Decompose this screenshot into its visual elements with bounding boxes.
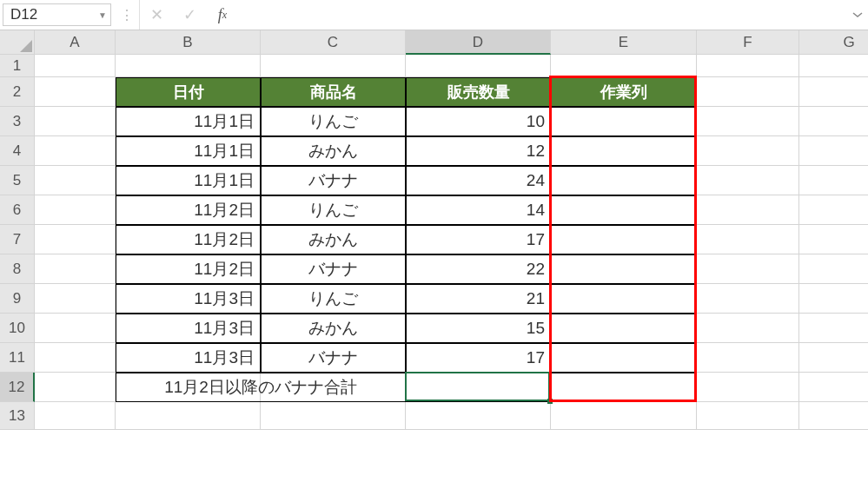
cell[interactable]: [35, 195, 116, 225]
table-header-date[interactable]: 日付: [116, 77, 261, 107]
cell-qty[interactable]: 10: [406, 107, 551, 136]
cell[interactable]: [697, 136, 799, 166]
column-header-d[interactable]: D: [406, 30, 551, 55]
cell[interactable]: [35, 225, 116, 254]
row-header-4[interactable]: 4: [0, 136, 35, 166]
select-all-corner[interactable]: [0, 30, 35, 55]
cell[interactable]: [697, 195, 799, 225]
cell[interactable]: [551, 55, 697, 77]
cell-product[interactable]: バナナ: [261, 343, 406, 373]
fill-handle[interactable]: [547, 399, 553, 404]
cell[interactable]: [406, 402, 551, 430]
cell[interactable]: [697, 402, 799, 430]
cell[interactable]: [35, 55, 116, 77]
column-header-f[interactable]: F: [697, 30, 799, 55]
cell-work[interactable]: [551, 136, 697, 166]
cell-date[interactable]: 11月2日: [116, 195, 261, 225]
formula-input[interactable]: [239, 0, 847, 30]
cell-work[interactable]: [551, 107, 697, 136]
cell-work[interactable]: [551, 314, 697, 343]
cell[interactable]: [35, 373, 116, 402]
column-header-b[interactable]: B: [116, 30, 261, 55]
cell[interactable]: [799, 166, 868, 195]
cell-qty[interactable]: 12: [406, 136, 551, 166]
cell-work[interactable]: [551, 166, 697, 195]
row-header-5[interactable]: 5: [0, 166, 35, 195]
cell[interactable]: [35, 107, 116, 136]
cell[interactable]: [697, 343, 799, 373]
cell-product[interactable]: りんご: [261, 107, 406, 136]
cell[interactable]: [116, 55, 261, 77]
name-box-dropdown-icon[interactable]: ▼: [95, 10, 110, 20]
cell[interactable]: [697, 254, 799, 284]
summary-label[interactable]: 11月2日以降のバナナ合計: [116, 373, 406, 402]
cell-product[interactable]: りんご: [261, 284, 406, 314]
cell[interactable]: [799, 136, 868, 166]
row-header-8[interactable]: 8: [0, 254, 35, 284]
cell[interactable]: [261, 55, 406, 77]
cell[interactable]: [799, 77, 868, 107]
cell-date[interactable]: 11月1日: [116, 136, 261, 166]
cell[interactable]: [697, 77, 799, 107]
cell[interactable]: [35, 343, 116, 373]
row-header-1[interactable]: 1: [0, 55, 35, 77]
cell-product[interactable]: みかん: [261, 136, 406, 166]
cell-product[interactable]: みかん: [261, 314, 406, 343]
cell[interactable]: [35, 136, 116, 166]
cell-work[interactable]: [551, 225, 697, 254]
cell-qty[interactable]: 15: [406, 314, 551, 343]
cell[interactable]: [799, 195, 868, 225]
cell[interactable]: [697, 314, 799, 343]
cell[interactable]: [799, 225, 868, 254]
cell-product[interactable]: バナナ: [261, 166, 406, 195]
cell-work[interactable]: [551, 195, 697, 225]
name-box[interactable]: D12: [3, 6, 95, 23]
cell-date[interactable]: 11月2日: [116, 225, 261, 254]
fx-button[interactable]: fx: [206, 0, 239, 30]
cell[interactable]: [116, 402, 261, 430]
cell[interactable]: [799, 343, 868, 373]
cell-qty[interactable]: 17: [406, 343, 551, 373]
cell-date[interactable]: 11月2日: [116, 254, 261, 284]
table-header-product[interactable]: 商品名: [261, 77, 406, 107]
cell[interactable]: [35, 166, 116, 195]
row-header-12[interactable]: 12: [0, 373, 35, 402]
cell-qty[interactable]: 22: [406, 254, 551, 284]
cell[interactable]: [799, 314, 868, 343]
cell-work[interactable]: [551, 284, 697, 314]
cell[interactable]: [799, 107, 868, 136]
summary-value[interactable]: [406, 373, 551, 402]
cell-product[interactable]: みかん: [261, 225, 406, 254]
cell-date[interactable]: 11月3日: [116, 343, 261, 373]
column-header-e[interactable]: E: [551, 30, 697, 55]
cell[interactable]: [697, 373, 799, 402]
cell-work[interactable]: [551, 343, 697, 373]
row-header-3[interactable]: 3: [0, 107, 35, 136]
cell-work[interactable]: [551, 254, 697, 284]
column-header-g[interactable]: G: [799, 30, 868, 55]
cell[interactable]: [697, 225, 799, 254]
cells-area[interactable]: 日付商品名販売数量作業列11月1日りんご1011月1日みかん1211月1日バナナ…: [35, 55, 868, 430]
table-header-workcol[interactable]: 作業列: [551, 77, 697, 107]
row-header-11[interactable]: 11: [0, 343, 35, 373]
cell-date[interactable]: 11月3日: [116, 314, 261, 343]
row-header-6[interactable]: 6: [0, 195, 35, 225]
cell[interactable]: [697, 166, 799, 195]
cell-product[interactable]: りんご: [261, 195, 406, 225]
cell[interactable]: [35, 402, 116, 430]
row-header-2[interactable]: 2: [0, 77, 35, 107]
cell[interactable]: [35, 254, 116, 284]
cell-qty[interactable]: 24: [406, 166, 551, 195]
cell[interactable]: [799, 254, 868, 284]
table-header-qty[interactable]: 販売数量: [406, 77, 551, 107]
column-header-a[interactable]: A: [35, 30, 116, 55]
cell[interactable]: [697, 107, 799, 136]
cell[interactable]: [799, 402, 868, 430]
column-header-c[interactable]: C: [261, 30, 406, 55]
row-header-13[interactable]: 13: [0, 402, 35, 430]
cell[interactable]: [35, 314, 116, 343]
row-header-10[interactable]: 10: [0, 314, 35, 343]
cell-date[interactable]: 11月1日: [116, 166, 261, 195]
cell-qty[interactable]: 21: [406, 284, 551, 314]
row-header-9[interactable]: 9: [0, 284, 35, 314]
